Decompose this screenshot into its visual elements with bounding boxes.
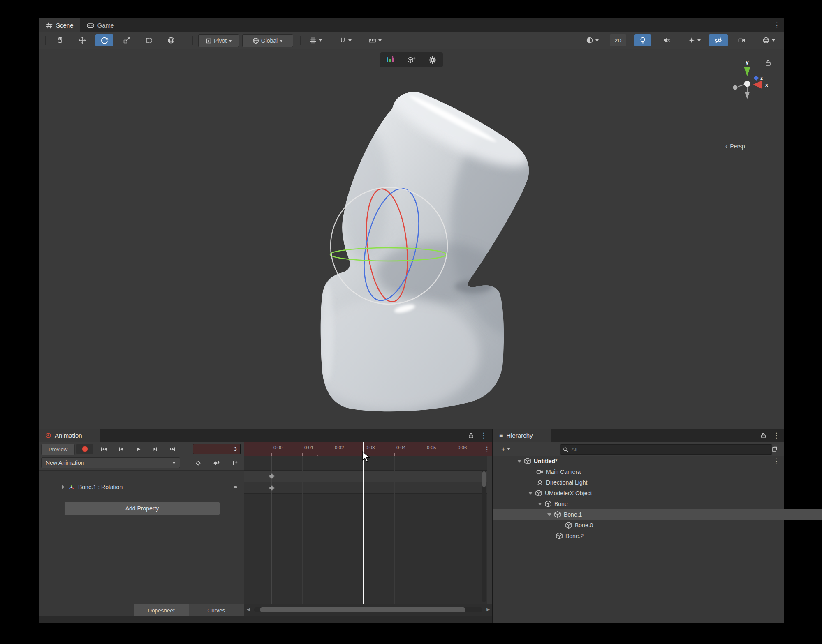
bottom-dock: Animation ⋮ Preview — [39, 429, 784, 623]
tab-curves[interactable]: Curves — [189, 604, 244, 616]
hscroll-thumb[interactable] — [260, 607, 465, 612]
property-label: Bone.1 : Rotation — [78, 484, 123, 490]
hierarchy-row-bone[interactable]: Bone — [493, 499, 822, 509]
preview-toggle-button[interactable]: Preview — [41, 444, 75, 455]
rotate-tool-button[interactable] — [95, 34, 113, 46]
record-button[interactable] — [76, 444, 93, 454]
grid-visibility-button[interactable] — [304, 34, 326, 46]
foldout-icon[interactable] — [517, 460, 521, 463]
hierarchy-row-directional-light[interactable]: Directional Light — [493, 477, 822, 488]
animation-menu-icon[interactable]: ⋮ — [479, 429, 488, 442]
foldout-icon[interactable] — [528, 492, 533, 495]
dopesheet-area[interactable] — [244, 456, 487, 604]
tab-animation[interactable]: Animation — [39, 429, 100, 442]
add-property-button[interactable]: Add Property — [64, 502, 220, 515]
hierarchy-row-bone1[interactable]: Bone.1 — [493, 509, 822, 520]
lock-icon[interactable] — [765, 60, 771, 66]
tab-dopesheet[interactable]: Dopesheet — [134, 604, 189, 616]
property-value-dot-icon[interactable] — [234, 486, 237, 488]
gizmos-dropdown[interactable] — [756, 34, 781, 46]
scene-visibility-button[interactable] — [709, 34, 728, 46]
add-event-button[interactable] — [229, 458, 240, 468]
hierarchy-row-bone2[interactable]: Bone.2 — [493, 531, 822, 541]
cube-icon — [556, 532, 563, 540]
hierarchy-row-main-camera[interactable]: Main Camera — [493, 466, 822, 477]
rect-tool-button[interactable] — [140, 34, 158, 46]
pivot-dropdown-label: Pivot — [214, 37, 227, 44]
visibility-eye-off-icon — [714, 36, 722, 44]
scroll-left-icon[interactable]: ◀ — [247, 607, 250, 612]
transform-tool-button[interactable] — [162, 34, 180, 46]
scene-camera-button[interactable] — [732, 34, 752, 46]
umodelerx-settings-button[interactable] — [422, 52, 443, 67]
axis-y-cone[interactable] — [744, 67, 750, 76]
mode-2d-button[interactable]: 2D — [610, 34, 626, 46]
dopesheet-hscrollbar[interactable]: ◀ ▶ — [244, 604, 492, 616]
scene-pane-menu-icon[interactable]: ⋮ — [773, 18, 781, 32]
playhead[interactable] — [363, 442, 364, 604]
scroll-right-icon[interactable]: ▶ — [486, 607, 490, 612]
hierarchy-row-bone0[interactable]: Bone.0 — [493, 520, 822, 531]
scale-tool-button[interactable] — [118, 34, 136, 46]
shading-mode-icon — [586, 37, 593, 44]
chevron-down-icon — [172, 462, 176, 464]
foldout-icon[interactable] — [62, 485, 65, 489]
timeline-menu-icon[interactable]: ⋮ — [483, 444, 491, 455]
global-dropdown[interactable]: Global — [242, 34, 293, 47]
tab-game[interactable]: Game — [80, 18, 121, 32]
next-key-button[interactable] — [147, 444, 164, 454]
prev-key-button[interactable] — [113, 444, 129, 454]
axis-neg-x-ball[interactable] — [733, 85, 738, 90]
frame-number-field[interactable]: 3 — [193, 444, 241, 454]
foldout-icon[interactable] — [547, 513, 551, 516]
vscrollbar-thumb[interactable] — [482, 471, 486, 487]
add-key-button[interactable] — [211, 458, 222, 468]
view-hand-tool-button[interactable] — [51, 34, 69, 46]
axis-neg-y-cone[interactable] — [745, 92, 750, 99]
snap-increment-button[interactable] — [364, 34, 387, 46]
goto-end-button[interactable] — [164, 444, 181, 454]
scene-viewport[interactable]: y x z ‹ Persp — [39, 49, 784, 429]
property-row-bone1-rotation[interactable]: Bone.1 : Rotation — [62, 481, 238, 493]
window-expand-icon[interactable] — [771, 446, 778, 452]
add-keyframe-button[interactable] — [192, 458, 204, 468]
foldout-icon[interactable] — [538, 503, 542, 506]
axis-z-cone[interactable] — [753, 76, 759, 81]
scene-lighting-button[interactable] — [634, 34, 651, 46]
padlock-icon[interactable] — [760, 432, 766, 439]
scene-asset-icon — [524, 457, 531, 465]
toolbar-drag-handle[interactable] — [43, 36, 46, 45]
axis-x-cone[interactable] — [753, 81, 762, 89]
goto-start-button[interactable] — [95, 444, 112, 454]
create-object-button[interactable]: + — [497, 444, 515, 454]
animation-panel: Animation ⋮ Preview — [39, 429, 492, 623]
hierarchy-menu-icon[interactable]: ⋮ — [772, 429, 780, 442]
scene-audio-button[interactable] — [658, 34, 675, 46]
search-input[interactable] — [570, 446, 769, 453]
tab-scene[interactable]: Scene — [39, 18, 80, 32]
snap-toggle-button[interactable] — [334, 34, 356, 46]
play-button[interactable] — [130, 444, 146, 454]
pivot-dropdown[interactable]: Pivot — [198, 34, 239, 47]
axis-orientation-gizmo[interactable]: y x z — [722, 58, 772, 107]
tab-hierarchy[interactable]: ≡ Hierarchy — [493, 429, 551, 442]
shading-mode-dropdown[interactable] — [582, 34, 602, 46]
clip-dropdown[interactable]: New Animation — [41, 457, 180, 468]
hierarchy-row-umodelerx-object[interactable]: UModelerX Object — [493, 488, 819, 499]
gizmos-sphere-icon — [762, 37, 770, 44]
dopesheet-vscrollbar[interactable] — [482, 471, 486, 602]
chevron-down-icon — [229, 40, 232, 42]
hierarchy-row-scene[interactable]: Untitled* ⋮ — [493, 456, 808, 466]
next-key-icon — [152, 446, 159, 452]
tab-hierarchy-label: Hierarchy — [506, 432, 533, 439]
umodelerx-logo-button[interactable] — [380, 52, 401, 67]
projection-mode-label[interactable]: ‹ Persp — [725, 143, 745, 150]
padlock-icon[interactable] — [468, 432, 474, 439]
add-primitive-button[interactable] — [401, 52, 421, 67]
hierarchy-search[interactable] — [560, 444, 772, 455]
move-tool-button[interactable] — [73, 34, 91, 46]
scene-row-menu-icon[interactable]: ⋮ — [772, 456, 780, 466]
hscroll-track[interactable] — [254, 607, 482, 612]
scene-effects-dropdown[interactable] — [682, 34, 707, 46]
axis-center-ball[interactable] — [744, 81, 750, 87]
